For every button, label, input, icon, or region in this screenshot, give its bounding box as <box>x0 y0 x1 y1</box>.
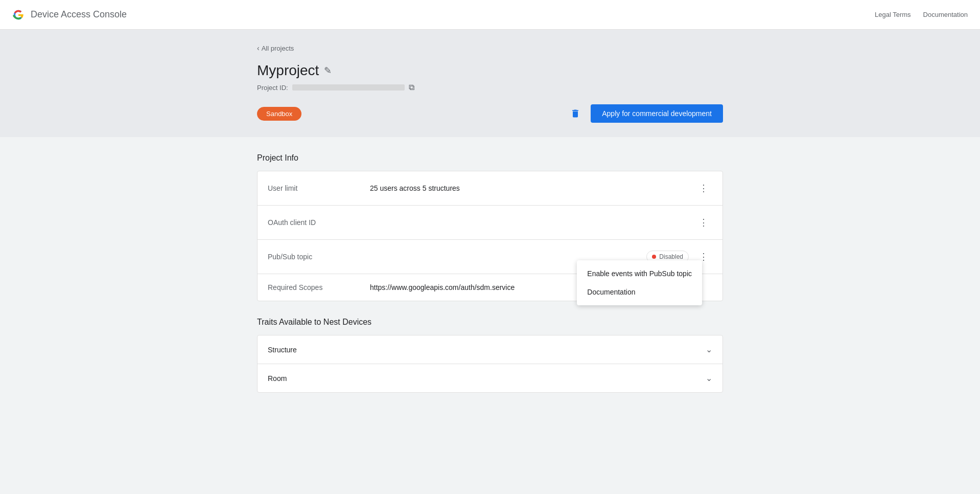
project-id-row: Project ID: ⧉ <box>257 83 723 92</box>
sandbox-badge: Sandbox <box>257 107 301 121</box>
room-trait-label: Room <box>268 374 706 383</box>
apply-commercial-button[interactable]: Apply for commercial development <box>591 104 723 123</box>
structure-trait-label: Structure <box>268 346 706 354</box>
enable-events-menu-item[interactable]: Enable events with PubSub topic <box>577 264 702 283</box>
room-trait-row[interactable]: Room ⌄ <box>258 364 722 392</box>
right-actions: Apply for commercial development <box>566 104 723 123</box>
header-left: Device Access Console <box>12 9 875 21</box>
back-link[interactable]: ‹ All projects <box>257 44 723 52</box>
delete-icon <box>570 108 580 119</box>
oauth-client-actions: ⋮ <box>695 215 712 230</box>
disabled-label: Disabled <box>659 253 683 260</box>
project-info-title: Project Info <box>257 153 723 163</box>
project-info-table: User limit 25 users across 5 structures … <box>257 171 723 301</box>
user-limit-label: User limit <box>268 184 370 192</box>
google-logo-icon <box>12 9 25 21</box>
project-id-label: Project ID: <box>257 84 288 92</box>
pubsub-topic-row: Pub/Sub topic Disabled ⋮ Enable events w… <box>258 240 722 274</box>
structure-chevron-icon: ⌄ <box>706 345 712 354</box>
project-banner: ‹ All projects Myproject ✎ Project ID: ⧉… <box>0 30 980 137</box>
copy-icon[interactable]: ⧉ <box>409 83 414 92</box>
delete-button[interactable] <box>566 104 585 123</box>
back-label: All projects <box>262 44 294 52</box>
user-limit-value: 25 users across 5 structures <box>370 184 695 192</box>
user-limit-more-button[interactable]: ⋮ <box>695 181 712 196</box>
app-header: Device Access Console Legal Terms Docume… <box>0 0 980 30</box>
documentation-menu-item[interactable]: Documentation <box>577 283 702 301</box>
edit-icon[interactable]: ✎ <box>324 65 332 76</box>
header-right: Legal Terms Documentation <box>875 11 968 18</box>
oauth-client-more-button[interactable]: ⋮ <box>695 215 712 230</box>
pubsub-dropdown-menu: Enable events with PubSub topic Document… <box>577 260 702 305</box>
project-name: Myproject <box>257 62 319 79</box>
project-actions-row: Sandbox Apply for commercial development <box>257 104 723 123</box>
structure-trait-row[interactable]: Structure ⌄ <box>258 335 722 364</box>
disabled-dot-icon <box>652 255 656 259</box>
room-chevron-icon: ⌄ <box>706 373 712 383</box>
project-id-value <box>292 84 405 91</box>
user-limit-row: User limit 25 users across 5 structures … <box>258 171 722 206</box>
traits-section: Traits Available to Nest Devices Structu… <box>245 318 735 393</box>
traits-title: Traits Available to Nest Devices <box>257 318 723 327</box>
main-content: Project Info User limit 25 users across … <box>0 153 980 494</box>
back-arrow-icon: ‹ <box>257 44 260 52</box>
required-scopes-label: Required Scopes <box>268 283 370 291</box>
project-info-section: Project Info User limit 25 users across … <box>245 153 735 301</box>
traits-table: Structure ⌄ Room ⌄ <box>257 335 723 393</box>
app-title: Device Access Console <box>31 9 127 20</box>
user-limit-actions: ⋮ <box>695 181 712 196</box>
pubsub-topic-label: Pub/Sub topic <box>268 253 370 261</box>
project-name-row: Myproject ✎ <box>257 62 723 79</box>
oauth-client-row: OAuth client ID ⋮ <box>258 206 722 240</box>
documentation-link[interactable]: Documentation <box>923 11 968 18</box>
legal-terms-link[interactable]: Legal Terms <box>875 11 911 18</box>
oauth-client-label: OAuth client ID <box>268 218 370 227</box>
